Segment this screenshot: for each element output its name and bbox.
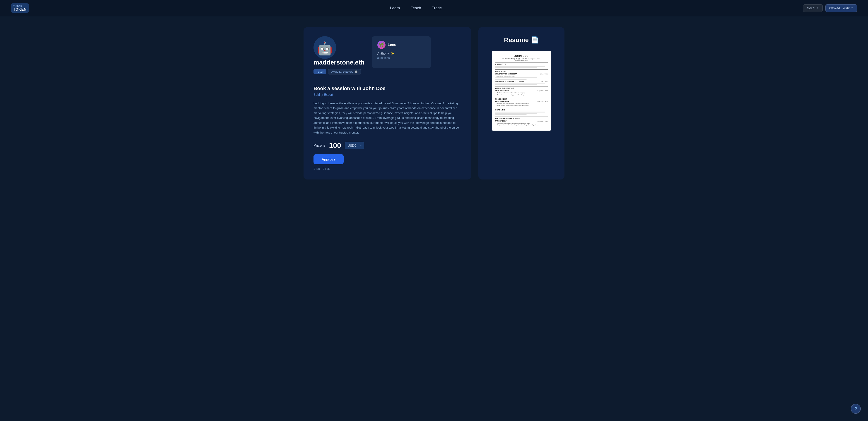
approve-button[interactable]: Approve — [313, 154, 344, 164]
price-label: Price is — [313, 143, 325, 148]
network-label: Goerli — [807, 6, 815, 10]
resume-line — [495, 114, 527, 115]
resume-preview: JOHN DOE Full Address • City, State, Zip… — [492, 51, 551, 131]
resume-placement-header-1: EMPLOYER NAME Mar. 2019 - 2020 — [495, 101, 548, 102]
resume-volunteer-bullet-2: • Represented the Brand and helped facil… — [495, 124, 548, 126]
resume-edu-title-1: UNIVERSITY OF MINNESOTA — [495, 73, 517, 75]
username: madderstone.eth — [313, 59, 365, 66]
resume-title-text: Resume — [504, 36, 529, 44]
resume-card: Resume 📄 JOHN DOE Full Address • City, S… — [478, 27, 564, 180]
resume-volunteer-entry-1: TARGET CORP Jun. 2018 - 2019 • Assist wi… — [495, 120, 548, 126]
lens-handle: aitox.lens — [377, 56, 425, 60]
tutor-badge: Tutor — [313, 69, 326, 74]
help-button[interactable]: ? — [851, 404, 861, 414]
resume-edu-header-2: MINNEAPOLIS COMMUNITY COLLEGE CITY, STAT… — [495, 80, 548, 82]
nav-links: Learn Teach Trade — [390, 6, 442, 10]
resume-work-bullet-2: • Promote new and existing product knowl… — [495, 94, 548, 96]
address-text: 0×0f06...24E49C — [331, 70, 353, 73]
resume-line — [495, 66, 545, 67]
lens-header: 🌿 Lens — [377, 41, 425, 49]
resume-title: Resume 📄 — [504, 36, 539, 44]
resume-line — [495, 67, 537, 68]
resume-work-header: WORK EXPERIENCE — [495, 86, 548, 89]
resume-line — [495, 83, 545, 84]
resume-headline-entry — [495, 111, 548, 115]
lens-name: Anthony ✨ — [377, 52, 425, 55]
wallet-label: 0×674d...28d2 — [829, 6, 850, 10]
resume-edu-bullet-1: Bachelor of Science, Marketing — [495, 75, 548, 77]
lens-card: 🌿 Lens Anthony ✨ aitox.lens — [372, 36, 431, 68]
resume-work-date-1: Aug. 2019 - 2020 — [537, 90, 548, 92]
lens-icon: 🌿 — [377, 41, 385, 49]
price-row: Price is 100 USDC ETH DAI — [313, 141, 461, 150]
resume-edu-date-1: CITY, STATE — [540, 73, 548, 75]
currency-wrapper: USDC ETH DAI — [345, 142, 364, 150]
resume-volunteer-date-1: Jun. 2018 - 2019 — [537, 121, 548, 122]
resume-volunteer-header: VOLUNTEER EXPERIENCE — [495, 117, 548, 120]
resume-placement-bullet-2: • Collect active market data and new gro… — [495, 105, 548, 107]
stock-left: 2 left — [313, 167, 320, 170]
wallet-chevron-icon: ▼ — [851, 7, 853, 9]
currency-select[interactable]: USDC ETH DAI — [345, 142, 364, 150]
resume-line — [495, 113, 537, 114]
resume-edu-header-1: UNIVERSITY OF MINNESOTA CITY, STATE — [495, 73, 548, 75]
resume-education-header: EDUCATION — [495, 69, 548, 72]
logo-text: TUTOR TOKEN — [11, 3, 29, 13]
avatar: 🤖 — [313, 36, 336, 59]
resume-edu-entry-2: MINNEAPOLIS COMMUNITY COLLEGE CITY, STAT… — [495, 80, 548, 85]
resume-work-entry-1: EMPLOYER NAME Aug. 2019 - 2020 • Perform… — [495, 90, 548, 96]
nav-link-trade[interactable]: Trade — [432, 6, 442, 10]
lens-title: Lens — [388, 43, 396, 47]
resume-work-bullet-1: • Perform various marketing duties for c… — [495, 92, 548, 94]
session-description: Looking to harness the endless opportuni… — [313, 101, 461, 135]
resume-placement-date-1: Mar. 2019 - 2020 — [537, 101, 548, 102]
resume-placement-title-1: EMPLOYER NAME — [495, 101, 509, 102]
main-content: 🤖 madderstone.eth Tutor 0×0f06...24E49C … — [298, 16, 570, 190]
resume-line — [495, 84, 537, 85]
session-title: Book a session with John Doe — [313, 86, 461, 92]
wallet-button[interactable]: 0×674d...28d2 ▼ — [826, 4, 857, 12]
resume-placement-bullet-1: • Manage time allowing me to work in a d… — [495, 103, 548, 104]
copy-icon: 📋 — [354, 70, 358, 73]
resume-line — [495, 77, 537, 78]
nav-link-learn[interactable]: Learn — [390, 6, 400, 10]
resume-line — [495, 111, 545, 112]
nav-link-teach[interactable]: Teach — [411, 6, 421, 10]
navigation: TUTOR TOKEN Learn Teach Trade Goerli ▼ 0… — [0, 0, 868, 16]
resume-objective-header: OBJECTIVE — [495, 62, 548, 65]
resume-edu-date-2: CITY, STATE — [540, 81, 548, 82]
session-subtitle: Soldity Expert — [313, 93, 461, 96]
resume-volunteer-title-1: TARGET CORP — [495, 120, 506, 122]
stock-sold: 0 sold — [322, 167, 331, 170]
resume-objective-entry — [495, 66, 548, 68]
resume-volunteer-bullet-1: • Assist with Marketing and Target Inc a… — [495, 122, 548, 124]
resume-placement-header: PLACEMENT — [495, 97, 548, 100]
badges: Tutor 0×0f06...24E49C 📋 — [313, 69, 365, 74]
resume-icon: 📄 — [531, 36, 539, 44]
lens-sparkle-icon: ✨ — [390, 52, 394, 55]
resume-doc-contact: Full Address • City, State, Zip Code • (… — [495, 58, 548, 61]
divider — [313, 80, 461, 80]
resume-work-title-1: EMPLOYER NAME — [495, 90, 509, 92]
resume-volunteer-header-1: TARGET CORP Jun. 2018 - 2019 — [495, 120, 548, 122]
resume-line — [495, 79, 527, 80]
resume-edu-title-2: MINNEAPOLIS COMMUNITY COLLEGE — [495, 80, 524, 82]
address-badge[interactable]: 0×0f06...24E49C 📋 — [328, 69, 361, 74]
profile-identity: 🤖 madderstone.eth Tutor 0×0f06...24E49C … — [313, 36, 365, 74]
logo[interactable]: TUTOR TOKEN — [11, 3, 29, 13]
resume-headline-header: HEADLINE — [495, 108, 548, 111]
network-chevron-icon: ▼ — [816, 7, 819, 9]
stock-info: 2 left 0 sold — [313, 167, 461, 170]
network-button[interactable]: Goerli ▼ — [803, 4, 823, 12]
price-amount: 100 — [329, 141, 341, 150]
profile-top: 🤖 madderstone.eth Tutor 0×0f06...24E49C … — [313, 36, 461, 74]
profile-card: 🤖 madderstone.eth Tutor 0×0f06...24E49C … — [304, 27, 471, 180]
avatar-icon: 🤖 — [317, 42, 333, 55]
resume-edu-entry-1: UNIVERSITY OF MINNESOTA CITY, STATE Bach… — [495, 73, 548, 80]
resume-placement-entry-1: EMPLOYER NAME Mar. 2019 - 2020 • Manage … — [495, 101, 548, 107]
session-section: Book a session with John Doe Soldity Exp… — [313, 86, 461, 170]
nav-right: Goerli ▼ 0×674d...28d2 ▼ — [803, 4, 857, 12]
resume-work-header-1: EMPLOYER NAME Aug. 2019 - 2020 — [495, 90, 548, 92]
resume-doc-name: JOHN DOE — [495, 55, 548, 57]
